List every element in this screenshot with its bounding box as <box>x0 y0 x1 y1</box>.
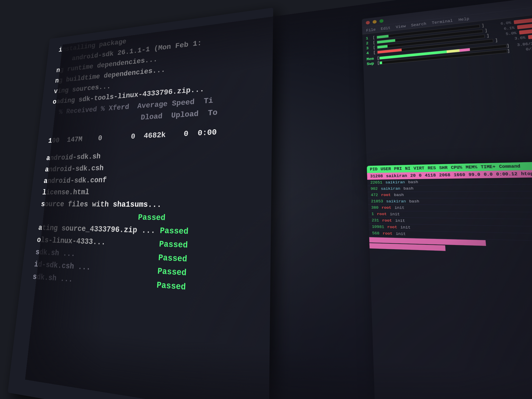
proc-cmd: init <box>395 218 405 223</box>
col-time: TIME+ <box>480 164 496 169</box>
proc-time: 0:00.12 <box>496 172 518 177</box>
terminal-main: installing package android-sdk 26.1.1-1 … <box>8 8 273 399</box>
proc-pid: 21853 <box>371 199 383 203</box>
proc-user: root <box>387 225 397 229</box>
col-shr: SHR <box>439 165 448 170</box>
process-list: PID USER PRI NI VIRT RES SHR CPU% MEM% T… <box>367 161 532 399</box>
proc-user: saikiran <box>381 186 400 191</box>
proc-pid: 31208 <box>370 174 383 179</box>
proc-user: root <box>382 218 392 223</box>
proc-pid: 1 <box>371 212 374 216</box>
col-cpu: CPU% <box>451 165 463 170</box>
proc-cmd: htop <box>521 171 532 176</box>
mem-val: 3.86/31.4G <box>509 40 532 48</box>
close-button[interactable] <box>366 20 370 24</box>
proc-cmd: bash <box>408 180 418 184</box>
col-mem: MEM% <box>466 165 477 170</box>
cpu-label-4: 4 <box>366 51 373 56</box>
cpu-label-3: 3 <box>366 46 373 51</box>
proc-cmd: bash <box>403 186 413 191</box>
proc-pid: 568 <box>372 231 380 236</box>
col-pid: PID <box>370 167 377 172</box>
col-user: USER <box>380 167 391 172</box>
proc-mem: 0.0 <box>484 172 493 177</box>
swp-label: Swp <box>367 61 377 66</box>
terminal-line: license.html <box>42 184 256 198</box>
proc-cmd: init <box>394 206 405 210</box>
proc-user: saikiran <box>386 199 406 204</box>
mem-label: Mem <box>367 56 377 61</box>
cpu-label-1: 1 <box>366 36 373 41</box>
scene: installing package android-sdk 26.1.1-1 … <box>25 0 532 399</box>
proc-user: saikiran <box>385 180 405 185</box>
proc-shr: 1660 <box>454 172 465 177</box>
proc-pid: 902 <box>371 187 378 191</box>
proc-cmd: init <box>400 225 411 230</box>
maximize-button[interactable] <box>379 19 384 23</box>
menu-file[interactable]: File <box>366 27 376 32</box>
proc-user: root <box>381 193 391 197</box>
proc-pid: 380 <box>371 206 379 210</box>
col-res: RES <box>427 166 436 171</box>
process-row: 21853 saikiran bash <box>368 198 532 205</box>
proc-user: root <box>381 206 391 210</box>
col-cmd: Command <box>499 164 521 169</box>
menu-terminal[interactable]: Terminal <box>432 18 453 25</box>
process-row: 472 root bash <box>368 191 532 198</box>
proc-cmd: bash <box>394 193 404 197</box>
proc-ni: 0 <box>419 173 422 178</box>
menu-edit[interactable]: Edit <box>381 26 390 31</box>
proc-cpu: 99.0 <box>468 172 480 177</box>
minimize-button[interactable] <box>373 20 377 24</box>
proc-res: 2068 <box>439 173 450 177</box>
menu-search[interactable]: Search <box>411 22 426 27</box>
proc-pid: 22651 <box>370 180 382 185</box>
proc-cmd: init <box>396 232 406 236</box>
col-ni: NI <box>405 166 410 171</box>
col-virt: VIRT <box>413 166 425 171</box>
htop-window: File Edit View Search Terminal Help 1 [ … <box>362 0 532 180</box>
proc-user: saikiran <box>386 173 407 178</box>
proc-pid: 10981 <box>372 225 384 229</box>
menu-view[interactable]: View <box>396 24 406 29</box>
proc-cmd: bash <box>409 199 419 204</box>
col-pri: PRI <box>394 167 402 171</box>
proc-pid: 472 <box>371 193 378 197</box>
cpu-label-2: 2 <box>366 41 373 45</box>
terminal-line: source files with sha1sums... <box>40 198 256 212</box>
proc-user: root <box>377 212 387 217</box>
proc-pri: 20 <box>410 173 416 178</box>
proc-virt: 4118 <box>425 173 436 178</box>
menu-help[interactable]: Help <box>458 16 469 22</box>
proc-cmd: init <box>390 212 400 217</box>
proc-pid: 231 <box>372 218 379 223</box>
proc-user: root <box>383 231 393 236</box>
